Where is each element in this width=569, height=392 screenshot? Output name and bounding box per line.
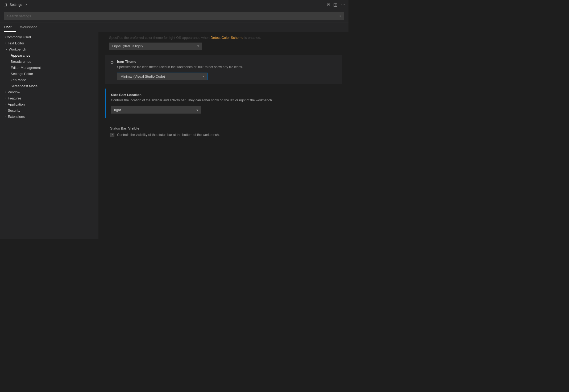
sidebar-item-label: Application [8, 102, 25, 106]
chevron-right-icon: › [5, 97, 6, 100]
title-bar: Settings × ⎘ ◫ ⋯ [0, 0, 348, 9]
main-layout: Commonly Used › Text Editor ∨ Workbench … [0, 32, 348, 239]
sidebar-location-block: Side Bar: Location Controls the location… [105, 89, 342, 118]
dropdown-chevron-icon: ∨ [196, 109, 198, 111]
status-bar-label: Status Bar: [110, 126, 127, 130]
chevron-right-icon: › [5, 115, 6, 118]
sidebar: Commonly Used › Text Editor ∨ Workbench … [0, 32, 98, 239]
sidebar-location-title: Side Bar: Location [111, 93, 337, 97]
status-bar-visible-checkbox[interactable]: ✓ [110, 133, 114, 137]
title-bar-actions: ⎘ ◫ ⋯ [327, 2, 345, 7]
dropdown-chevron-icon: ∨ [197, 45, 199, 48]
open-settings-json-button[interactable]: ⎘ [327, 2, 330, 7]
dropdown-chevron-icon: ∨ [202, 75, 204, 78]
sidebar-location-description: Controls the location of the sidebar and… [111, 98, 337, 103]
split-editor-button[interactable]: ◫ [333, 2, 337, 7]
icon-theme-block: ⚙ Icon Theme Specifies the file icon the… [105, 55, 342, 85]
sidebar-item-editor-management[interactable]: Editor Management [0, 65, 98, 71]
sidebar-item-label: Security [8, 109, 20, 112]
icon-theme-value: Minimal (Visual Studio Code) [121, 74, 165, 78]
status-bar-title: Status Bar: Visible [110, 126, 337, 130]
icon-theme-dropdown[interactable]: Minimal (Visual Studio Code) ∨ [117, 73, 207, 80]
color-theme-value: Light+ (default light) [112, 44, 143, 48]
status-bar-bold-label: Visible [128, 126, 139, 130]
sidebar-location-value: right [114, 108, 121, 112]
sidebar-item-commonly-used[interactable]: Commonly Used [0, 34, 98, 40]
gear-icon[interactable]: ⚙ [110, 60, 114, 65]
icon-theme-inner: ⚙ Icon Theme Specifies the file icon the… [110, 60, 337, 80]
top-dropdown-row: Light+ (default light) ∨ [98, 43, 348, 55]
filter-icon[interactable]: ≡ [339, 14, 341, 18]
sidebar-item-label: Settings Editor [11, 72, 33, 76]
tabs-container: User Workspace [0, 23, 348, 32]
search-placeholder: Search settings [7, 14, 31, 18]
tab-user[interactable]: User [4, 23, 16, 32]
icon-theme-title: Icon Theme [117, 60, 337, 64]
icon-theme-content: Icon Theme Specifies the file icon theme… [117, 60, 337, 80]
status-bar-checkbox-label: Controls the visibility of the status ba… [117, 132, 220, 137]
sidebar-item-label: Features [8, 96, 21, 100]
sidebar-item-label: Text Editor [8, 41, 24, 45]
sidebar-item-security[interactable]: › Security [0, 107, 98, 114]
faded-description: Specifies the preferred color theme for … [109, 36, 211, 40]
sidebar-item-label: Workbench [9, 47, 26, 51]
sidebar-item-text-editor[interactable]: › Text Editor [0, 40, 98, 46]
status-bar-block: Status Bar: Visible ✓ Controls the visib… [105, 122, 342, 142]
sidebar-item-appearance[interactable]: Appearance [0, 52, 98, 59]
sidebar-item-label: Extensions [8, 115, 25, 119]
tab-workspace[interactable]: Workspace [16, 23, 41, 32]
close-button[interactable]: × [24, 2, 28, 7]
chevron-right-icon: › [5, 103, 6, 106]
faded-description-2: is enabled. [243, 36, 261, 40]
search-bar[interactable]: Search settings ≡ [4, 12, 344, 20]
sidebar-item-label: Breadcrumbs [11, 60, 31, 64]
sidebar-item-zen-mode[interactable]: Zen Mode [0, 77, 98, 83]
sidebar-item-features[interactable]: › Features [0, 95, 98, 101]
sidebar-item-workbench[interactable]: ∨ Workbench [0, 46, 98, 52]
checkmark-icon: ✓ [111, 133, 114, 137]
sidebar-item-screencast-mode[interactable]: Screencast Mode [0, 83, 98, 89]
sidebar-item-label: Commonly Used [5, 35, 31, 39]
sidebar-item-label: Appearance [11, 53, 30, 57]
sidebar-item-label: Zen Mode [11, 78, 26, 82]
sidebar-item-label: Window [8, 90, 20, 94]
sidebar-item-label: Editor Management [11, 66, 41, 70]
sidebar-location-dropdown[interactable]: right ∨ [111, 106, 201, 114]
chevron-down-icon: ∨ [5, 48, 7, 51]
sidebar-item-extensions[interactable]: › Extensions [0, 114, 98, 120]
faded-top-text: Specifies the preferred color theme for … [98, 32, 348, 43]
chevron-right-icon: › [5, 91, 6, 94]
title-bar-left: Settings × [3, 2, 28, 7]
sidebar-item-window[interactable]: › Window [0, 89, 98, 95]
search-bar-container: Search settings ≡ [0, 9, 348, 23]
sidebar-item-breadcrumbs[interactable]: Breadcrumbs [0, 59, 98, 65]
more-actions-button[interactable]: ⋯ [341, 2, 345, 7]
chevron-right-icon: › [5, 42, 6, 45]
content-area: Specifies the preferred color theme for … [98, 32, 348, 239]
chevron-right-icon: › [5, 109, 6, 112]
icon-theme-description: Specifies the file icon theme used in th… [117, 65, 337, 70]
sidebar-item-application[interactable]: › Application [0, 101, 98, 107]
color-theme-dropdown[interactable]: Light+ (default light) ∨ [109, 43, 202, 50]
title-text: Settings [10, 3, 22, 7]
sidebar-item-label: Screencast Mode [11, 84, 38, 88]
status-bar-checkbox-row: ✓ Controls the visibility of the status … [110, 132, 337, 137]
detect-color-scheme-link[interactable]: Detect Color Scheme [211, 36, 244, 40]
sidebar-item-settings-editor[interactable]: Settings Editor [0, 71, 98, 77]
file-icon [3, 2, 7, 7]
